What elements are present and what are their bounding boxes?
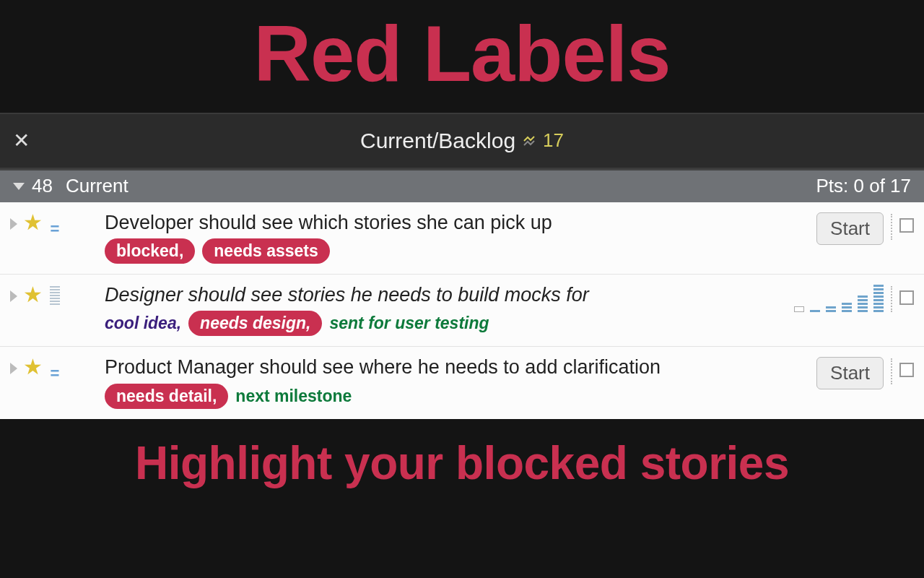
- select-checkbox[interactable]: [899, 218, 914, 233]
- story-label[interactable]: needs assets: [202, 238, 329, 264]
- drag-handle-icon[interactable]: =: [48, 220, 61, 238]
- chevron-right-icon[interactable]: [10, 218, 17, 230]
- story-row: ★Designer should see stories he needs to…: [0, 275, 924, 347]
- section-points: Pts: 0 of 17: [816, 175, 911, 197]
- chevron-right-icon[interactable]: [10, 290, 17, 302]
- story-row: ★=Developer should see which stories she…: [0, 202, 924, 275]
- story-labels: blocked,needs assets: [105, 238, 811, 264]
- select-checkbox[interactable]: [899, 363, 914, 377]
- star-icon[interactable]: ★: [23, 282, 43, 307]
- select-checkbox[interactable]: [899, 290, 914, 305]
- chevron-right-icon[interactable]: [10, 363, 17, 374]
- story-label[interactable]: sent for user testing: [329, 314, 489, 333]
- hero-subtitle: Highlight your blocked stories: [0, 419, 924, 490]
- start-button[interactable]: Start: [816, 357, 884, 389]
- story-label[interactable]: needs detail,: [105, 384, 228, 409]
- velocity-icon[interactable]: [523, 134, 536, 147]
- story-labels: cool idea,needs design,sent for user tes…: [105, 311, 788, 336]
- section-title: Current: [66, 175, 816, 197]
- points-indicator: [48, 286, 61, 305]
- estimate-option[interactable]: [858, 296, 868, 312]
- story-label[interactable]: blocked,: [105, 238, 195, 264]
- story-title[interactable]: Product Manager should see where he need…: [105, 355, 811, 379]
- story-label[interactable]: cool idea,: [105, 314, 181, 333]
- chevron-down-icon[interactable]: [13, 183, 25, 190]
- panel-count: 17: [543, 129, 564, 152]
- story-row: ★=Product Manager should see where he ne…: [0, 347, 924, 418]
- star-icon[interactable]: ★: [23, 210, 43, 235]
- close-icon[interactable]: ✕: [13, 129, 35, 152]
- divider: [891, 286, 892, 312]
- story-title[interactable]: Designer should see stories he needs to …: [105, 283, 788, 306]
- section-count: 48: [32, 175, 53, 197]
- story-title[interactable]: Developer should see which stories she c…: [105, 211, 811, 234]
- estimate-option[interactable]: [826, 306, 836, 312]
- estimate-option[interactable]: [794, 306, 804, 312]
- divider: [891, 358, 892, 384]
- story-labels: needs detail,next milestone: [105, 384, 811, 409]
- story-label[interactable]: needs design,: [188, 311, 322, 336]
- estimate-option[interactable]: [873, 285, 884, 312]
- section-header: 48 Current Pts: 0 of 17: [0, 169, 924, 202]
- estimate-picker: [794, 288, 884, 312]
- star-icon[interactable]: ★: [23, 354, 43, 379]
- story-list: ★=Developer should see which stories she…: [0, 202, 924, 419]
- estimate-option[interactable]: [842, 303, 852, 312]
- hero-title: Red Labels: [0, 0, 924, 113]
- panel-title: Current/Backlog: [360, 129, 515, 153]
- panel-header: ✕ Current/Backlog 17: [0, 113, 924, 169]
- estimate-option[interactable]: [810, 310, 820, 312]
- story-label[interactable]: next milestone: [235, 387, 352, 406]
- drag-handle-icon[interactable]: =: [48, 364, 61, 383]
- divider: [891, 214, 892, 240]
- start-button[interactable]: Start: [816, 212, 884, 245]
